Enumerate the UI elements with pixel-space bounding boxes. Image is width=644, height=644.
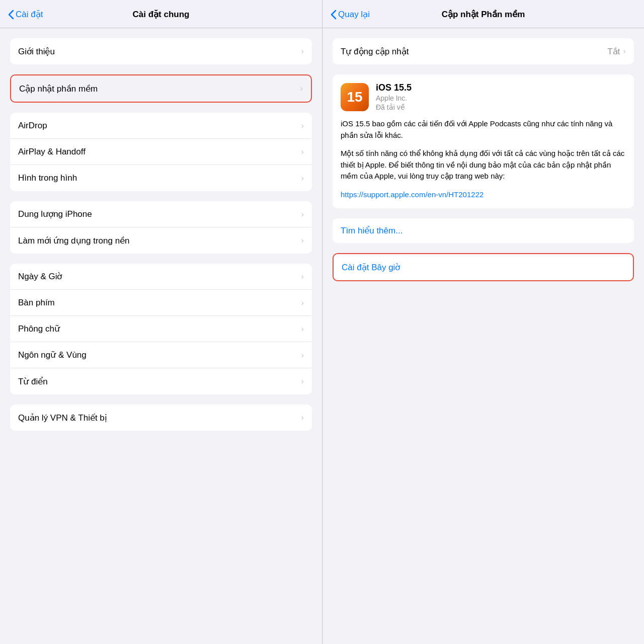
- learn-more-card: Tìm hiểu thêm...: [333, 218, 634, 243]
- ios-update-downloaded: Đã tải về: [376, 103, 412, 111]
- row-phong-chu-right: ›: [301, 324, 304, 334]
- ios-update-desc-1: iOS 15.5 bao gồm các cải tiến đối với Ap…: [341, 118, 626, 141]
- row-cap-nhat[interactable]: Cập nhật phần mềm ›: [11, 75, 311, 102]
- settings-group-6: Quản lý VPN & Thiết bị ›: [0, 405, 322, 431]
- chevron-icon: ›: [301, 46, 304, 56]
- ios-icon: 15: [341, 83, 369, 111]
- row-hinh-trong-hinh-right: ›: [301, 173, 304, 183]
- row-tu-dien-right: ›: [301, 376, 304, 386]
- row-dung-luong-label: Dung lượng iPhone: [18, 209, 92, 219]
- row-airdrop-label: AirDrop: [18, 121, 47, 131]
- row-gioi-thieu-label: Giới thiệu: [18, 46, 55, 57]
- row-airplay-handoff[interactable]: AirPlay & Handoff ›: [10, 139, 312, 165]
- left-panel: Cài đặt Cài đặt chung Giới thiệu › Cập n…: [0, 0, 322, 644]
- chevron-icon-airplay: ›: [301, 147, 304, 157]
- left-back-button[interactable]: Cài đặt: [8, 9, 43, 20]
- ios-update-version: iOS 15.5: [376, 83, 412, 93]
- chevron-icon-airdrop: ›: [301, 121, 304, 131]
- chevron-icon-ban-phim: ›: [301, 298, 304, 308]
- row-lam-moi[interactable]: Làm mới ứng dụng trong nền ›: [10, 227, 312, 254]
- right-nav-bar: Quay lại Cập nhật Phần mềm: [323, 0, 644, 28]
- settings-group-5: Ngày & Giờ › Bàn phím › Phông chữ ›: [0, 264, 322, 394]
- settings-card-3: AirDrop › AirPlay & Handoff › Hình trong…: [10, 113, 312, 191]
- row-dung-luong[interactable]: Dung lượng iPhone ›: [10, 201, 312, 227]
- chevron-icon-ngon-ngu: ›: [301, 350, 304, 360]
- ios-update-link[interactable]: https://support.apple.com/en-vn/HT201222: [341, 190, 484, 199]
- ios-number: 15: [347, 89, 362, 105]
- ios-update-company: Apple Inc.: [376, 94, 412, 102]
- row-ngay-gio-label: Ngày & Giờ: [18, 271, 62, 282]
- row-lam-moi-label: Làm mới ứng dụng trong nền: [18, 235, 130, 246]
- row-ngay-gio-right: ›: [301, 272, 304, 282]
- chevron-icon-lam-moi: ›: [301, 235, 304, 246]
- install-now-label: Cài đặt Bây giờ: [342, 262, 400, 273]
- chevron-icon-vpn: ›: [301, 413, 304, 423]
- chevron-icon-phong-chu: ›: [301, 324, 304, 334]
- auto-update-card: Tự động cập nhật Tắt ›: [333, 38, 634, 64]
- right-panel: Quay lại Cập nhật Phần mềm Tự động cập n…: [322, 0, 644, 644]
- settings-group-1: Giới thiệu ›: [0, 38, 322, 64]
- right-scroll-content: Tự động cập nhật Tắt › 15 iOS 15.5 Apple…: [323, 28, 644, 644]
- auto-update-row[interactable]: Tự động cập nhật Tắt ›: [333, 38, 634, 64]
- settings-group-2: Cập nhật phần mềm ›: [0, 74, 322, 103]
- install-now-row[interactable]: Cài đặt Bây giờ: [334, 254, 633, 280]
- chevron-icon-ngay-gio: ›: [301, 272, 304, 282]
- right-back-button[interactable]: Quay lại: [331, 9, 370, 20]
- settings-group-4: Dung lượng iPhone › Làm mới ứng dụng tro…: [0, 201, 322, 254]
- ios-update-title-block: iOS 15.5 Apple Inc. Đã tải về: [376, 83, 412, 111]
- left-nav-bar: Cài đặt Cài đặt chung: [0, 0, 322, 28]
- row-airplay-handoff-label: AirPlay & Handoff: [18, 147, 86, 157]
- row-tu-dien-label: Từ điển: [18, 376, 48, 387]
- left-back-label: Cài đặt: [16, 9, 43, 20]
- chevron-icon-cap-nhat: ›: [300, 84, 303, 94]
- learn-more-link[interactable]: Tìm hiểu thêm...: [341, 226, 403, 235]
- auto-update-value-text: Tắt: [607, 46, 620, 57]
- row-vpn-thiet-bi-right: ›: [301, 413, 304, 423]
- right-nav-title: Cập nhật Phần mềm: [442, 9, 525, 20]
- row-cap-nhat-right: ›: [300, 84, 303, 94]
- settings-card-1: Giới thiệu ›: [10, 38, 312, 64]
- row-phong-chu-label: Phông chữ: [18, 324, 60, 334]
- row-lam-moi-right: ›: [301, 235, 304, 246]
- chevron-icon-tu-dien: ›: [301, 376, 304, 386]
- row-hinh-trong-hinh-label: Hình trong hình: [18, 173, 77, 183]
- install-now-card: Cài đặt Bây giờ: [333, 253, 634, 281]
- row-ngon-ngu-vung-right: ›: [301, 350, 304, 360]
- row-ban-phim-right: ›: [301, 298, 304, 308]
- row-phong-chu[interactable]: Phông chữ ›: [10, 316, 312, 342]
- left-scroll-content: Giới thiệu › Cập nhật phần mềm ›: [0, 28, 322, 644]
- auto-update-label: Tự động cập nhật: [341, 46, 409, 57]
- settings-card-5: Ngày & Giờ › Bàn phím › Phông chữ ›: [10, 264, 312, 394]
- row-dung-luong-right: ›: [301, 209, 304, 219]
- row-cap-nhat-label: Cập nhật phần mềm: [19, 84, 98, 94]
- ios-update-desc-2: Một số tính năng có thể không khả dụng đ…: [341, 148, 626, 182]
- settings-group-3: AirDrop › AirPlay & Handoff › Hình trong…: [0, 113, 322, 191]
- row-airdrop[interactable]: AirDrop ›: [10, 113, 312, 139]
- row-ngay-gio[interactable]: Ngày & Giờ ›: [10, 264, 312, 290]
- chevron-icon-auto-update: ›: [623, 46, 626, 56]
- chevron-icon-dung-luong: ›: [301, 209, 304, 219]
- row-airdrop-right: ›: [301, 121, 304, 131]
- settings-card-6: Quản lý VPN & Thiết bị ›: [10, 405, 312, 431]
- left-nav-title: Cài đặt chung: [133, 9, 190, 20]
- row-ban-phim-label: Bàn phím: [18, 298, 55, 308]
- row-tu-dien[interactable]: Từ điển ›: [10, 368, 312, 394]
- chevron-icon-hinh: ›: [301, 173, 304, 183]
- row-ngon-ngu-vung[interactable]: Ngôn ngữ & Vùng ›: [10, 342, 312, 368]
- ios-update-card: 15 iOS 15.5 Apple Inc. Đã tải về iOS 15.…: [333, 74, 634, 208]
- row-gioi-thieu[interactable]: Giới thiệu ›: [10, 38, 312, 64]
- row-ngon-ngu-vung-label: Ngôn ngữ & Vùng: [18, 350, 87, 360]
- row-ban-phim[interactable]: Bàn phím ›: [10, 290, 312, 316]
- row-vpn-thiet-bi-label: Quản lý VPN & Thiết bị: [18, 413, 107, 423]
- row-hinh-trong-hinh[interactable]: Hình trong hình ›: [10, 165, 312, 191]
- right-back-label: Quay lại: [338, 9, 370, 20]
- auto-update-value: Tắt ›: [607, 46, 626, 57]
- row-gioi-thieu-right: ›: [301, 46, 304, 56]
- ios-update-header: 15 iOS 15.5 Apple Inc. Đã tải về: [341, 83, 626, 111]
- settings-card-4: Dung lượng iPhone › Làm mới ứng dụng tro…: [10, 201, 312, 254]
- row-airplay-handoff-right: ›: [301, 147, 304, 157]
- row-vpn-thiet-bi[interactable]: Quản lý VPN & Thiết bị ›: [10, 405, 312, 431]
- highlighted-card-cap-nhat: Cập nhật phần mềm ›: [10, 74, 312, 103]
